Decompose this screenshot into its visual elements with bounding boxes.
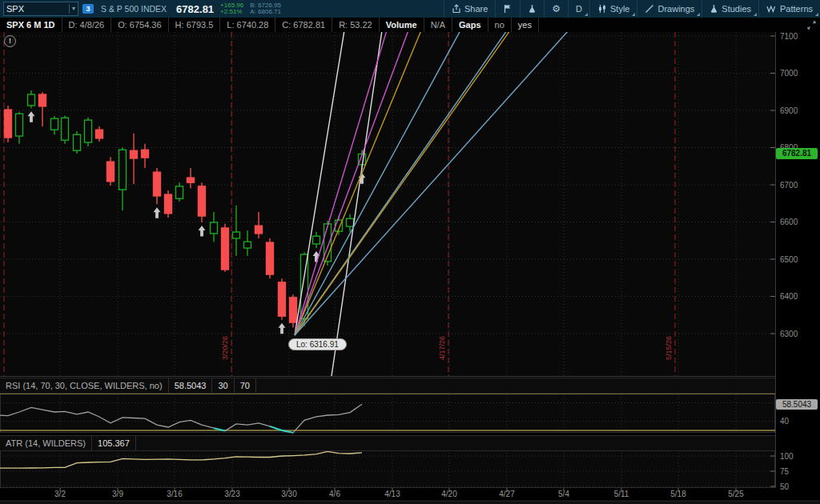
atr-tick-label: 100 [780, 452, 794, 461]
candle [267, 238, 274, 278]
date-tick-label: 4/13 [384, 490, 400, 498]
flag-icon [503, 4, 512, 14]
candle [290, 294, 297, 327]
alerts-button[interactable] [495, 0, 520, 18]
rsi-lower-band-badge[interactable]: 30 [212, 378, 234, 393]
date-tick-label: 5/4 [558, 490, 569, 498]
flask-icon [709, 4, 718, 14]
gaps-label: Gaps [452, 18, 488, 32]
atr-pane[interactable] [0, 450, 775, 488]
price-tick-label: 6500 [780, 255, 798, 264]
rsi-tick-label: 40 [780, 417, 790, 426]
chart-toolbar: Share ⚙ D [444, 0, 820, 18]
thinkorswim-chart-window: SPX ▾ 3 S & P 500 INDEX 6782.81 +165.96 … [0, 0, 820, 504]
price-tick-label: 6300 [780, 330, 798, 338]
date-tick-label: 4/6 [329, 490, 340, 498]
date-tick-label: 4/27 [499, 490, 515, 498]
date-tick-label: 3/9 [112, 490, 123, 498]
candle [199, 182, 206, 222]
candle [5, 106, 12, 142]
atr-label[interactable]: ATR (14, WILDERS) [0, 436, 92, 450]
gaps-no-toggle[interactable]: no [488, 18, 512, 32]
trendline-icon [645, 4, 654, 14]
settings-button[interactable]: ⚙ [544, 0, 568, 18]
date-tick-label: 5/25 [728, 490, 744, 498]
change-percent: +2.51% [220, 9, 243, 15]
date-tick-label: 3/30 [281, 490, 297, 498]
candle [222, 224, 229, 272]
info-icon[interactable]: ! [4, 35, 16, 47]
candle [74, 131, 81, 154]
candle [62, 116, 69, 144]
studies-button[interactable]: Studies [701, 0, 758, 18]
ohlc-close: C: 6782.81 [275, 18, 332, 32]
price-tick-label: 6600 [780, 218, 798, 226]
atr-tick-label: 50 [780, 482, 790, 491]
symbol-value: SPX [6, 4, 69, 14]
messages-badge[interactable]: 3 [82, 4, 94, 14]
ohlc-range: R: 53.22 [332, 18, 380, 32]
chart-canvas[interactable]: 7100700069006800670066006500640063003/20… [0, 32, 820, 504]
price-tick-label: 7100 [780, 32, 798, 41]
bid-ask: B: 6726.95 A: 6806.71 [250, 2, 281, 15]
ohlc-low: L: 6740.28 [220, 18, 275, 32]
ohlc-header-bar: SPX 6 M 1D D: 4/8/26 O: 6754.36 H: 6793.… [0, 18, 820, 33]
timeframe-button[interactable]: D [568, 0, 589, 18]
flask-icon [528, 4, 537, 14]
ohlc-open: O: 6754.36 [111, 18, 168, 32]
chart-title: SPX 6 M 1D [0, 18, 62, 32]
date-axis[interactable]: 3/23/93/163/233/304/64/134/204/275/45/11… [54, 488, 744, 498]
atr-header: ATR (14, WILDERS) 105.367 [0, 435, 775, 451]
candle [85, 118, 92, 146]
price-change: +165.96 +2.51% [220, 2, 243, 15]
patterns-button[interactable]: Patterns [758, 0, 820, 18]
candle [279, 278, 286, 320]
price-tick-label: 6900 [780, 106, 798, 115]
date-tick-label: 5/18 [670, 490, 686, 498]
rsi-pane[interactable] [0, 392, 775, 433]
volume-value: N/A [424, 18, 452, 32]
date-tick-label: 3/2 [54, 490, 66, 498]
price-tick-label: 6700 [780, 181, 798, 190]
candle [107, 157, 115, 186]
symbol-description: S & P 500 INDEX [101, 4, 167, 14]
chart-body[interactable]: 7100700069006800670066006500640063003/20… [0, 32, 820, 504]
top-toolbar: SPX ▾ 3 S & P 500 INDEX 6782.81 +165.96 … [0, 0, 820, 18]
date-tick-label: 5/11 [614, 490, 629, 498]
bottom-strip [0, 501, 820, 504]
ohlc-date: D: 4/8/26 [62, 18, 112, 32]
expiration-date-label: 5/15/26 [665, 336, 673, 360]
expiration-date-label: 4/17/26 [438, 336, 446, 360]
atr-tick-label: 75 [780, 467, 790, 476]
last-price: 6782.81 [176, 3, 214, 15]
zigzag-icon [766, 4, 777, 14]
date-tick-label: 3/16 [167, 490, 183, 498]
chevron-down-icon[interactable]: ▾ [69, 4, 75, 14]
drawings-button[interactable]: Drawings [637, 0, 701, 18]
date-tick-label: 3/23 [224, 490, 240, 498]
rsi-upper-band-badge[interactable]: 70 [235, 378, 256, 393]
style-button[interactable]: Style [589, 0, 637, 18]
rsi-label[interactable]: RSI (14, 70, 30, CLOSE, WILDERS, no) [0, 378, 169, 393]
ohlc-high: H: 6793.5 [169, 18, 221, 32]
date-tick-label: 4/20 [441, 490, 457, 498]
gaps-yes-toggle[interactable]: yes [512, 18, 539, 32]
price-tick-label: 7000 [780, 69, 798, 78]
symbol-select[interactable]: SPX ▾ [3, 2, 78, 16]
candle-style-icon [597, 4, 607, 14]
rsi-axis-badge: 58.5043 [776, 399, 818, 410]
share-button[interactable]: Share [444, 0, 495, 18]
low-price-label: Lo: 6316.91 [288, 338, 347, 350]
rsi-header: RSI (14, 70, 30, CLOSE, WILDERS, no) 58.… [0, 378, 775, 394]
axis-scale-icon[interactable] [800, 18, 820, 32]
expiration-date-label: 3/20/26 [221, 336, 229, 360]
gear-icon: ⚙ [552, 4, 561, 14]
timeframe-label: D [576, 4, 582, 14]
last-price-axis-badge: 6782.81 [776, 148, 818, 159]
volume-label: Volume [380, 18, 424, 32]
price-tick-label: 6400 [780, 292, 798, 301]
ask-value: A: 6806.71 [250, 9, 281, 15]
share-icon [452, 4, 461, 14]
ondemand-button[interactable] [520, 0, 544, 18]
candle [165, 190, 172, 218]
